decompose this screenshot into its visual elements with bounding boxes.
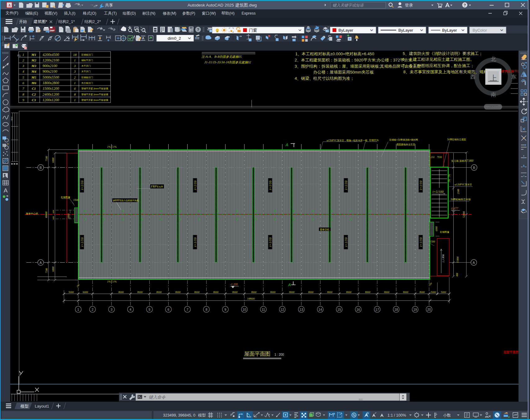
svg-text:148600: 148600 [247,297,255,300]
svg-text:6: 6 [22,81,24,85]
svg-text:屋面平面图: 屋面平面图 [503,350,519,354]
svg-text:A: A [285,142,288,147]
svg-text:彩钢雨篷: 彩钢雨篷 [440,231,450,233]
svg-text:17: 17 [375,308,379,311]
svg-text:7930: 7930 [437,156,442,159]
svg-text:ByColor: ByColor [473,28,487,33]
svg-text:52000: 52000 [463,211,465,218]
svg-text:彩钢天沟: 彩钢天沟 [369,139,378,142]
svg-text:插入(I): 插入(I) [64,11,75,16]
svg-text:建筑图.dwg: 建筑图.dwg [235,3,257,7]
svg-text:1: 1 [74,58,76,62]
svg-text:8000: 8000 [365,291,371,294]
svg-text:Express: Express [242,11,256,16]
svg-text:1、本工程相对标高±0.000=绝对标高+6.450: 1、本工程相对标高±0.000=绝对标高+6.450 [295,52,374,56]
svg-text:8000: 8000 [270,291,276,294]
svg-text:600: 600 [52,210,55,213]
svg-text:M4: M4 [31,70,36,73]
svg-text:视图(V): 视图(V) [44,11,57,16]
svg-text:DWF: DWF [50,29,55,32]
svg-text:i=1/10: i=1/10 [344,180,348,190]
svg-text:A: A [142,36,144,40]
svg-text:12: 12 [280,308,284,311]
svg-text:ByLayer: ByLayer [398,28,413,33]
svg-text:标注(N): 标注(N) [142,11,155,16]
svg-text:7500: 7500 [45,156,48,161]
svg-text:键入命令: 键入命令 [149,395,166,400]
svg-text:40000: 40000 [45,212,48,218]
svg-text:8000: 8000 [137,291,143,294]
svg-text:i=1/10: i=1/10 [193,237,197,247]
svg-text:木平开门: 木平开门 [81,65,91,67]
svg-text:8000: 8000 [156,291,162,294]
svg-text:8000: 8000 [232,291,238,294]
svg-text:5: 5 [22,75,24,79]
svg-text:φ150PVC落水管，每隔一柱距布置一根: φ150PVC落水管，每隔一柱距布置一根 [327,139,368,142]
svg-text:8000: 8000 [175,291,181,294]
svg-text:1: 1 [74,98,76,102]
svg-text:J1-J1/J3-J3/J4-J4剖面参见建施02: J1-J1/J3-J3/J4-J4剖面参见建施02 [204,60,251,64]
svg-text:7: 7 [187,308,188,311]
svg-text:A: A [288,282,291,287]
svg-text:M6: M6 [31,81,36,85]
svg-text:南: 南 [491,92,496,98]
svg-text:2: 2 [74,75,76,79]
svg-text:B: B [473,166,475,169]
svg-text:结构2_1*: 结构2_1* [58,19,75,24]
svg-text:小数: 小数 [443,413,451,418]
svg-text:6、土建工程详见相应土建工程施工图。: 6、土建工程详见相应土建工程施工图。 [402,57,474,62]
svg-text:8000: 8000 [384,291,390,294]
svg-text:4: 4 [129,308,131,311]
svg-text:文件(F): 文件(F) [6,11,18,15]
svg-text:修改(M): 修改(M) [163,11,176,16]
svg-text:1%: 1% [113,145,117,148]
svg-text:模型: 模型 [198,413,206,418]
svg-text:彩钢板拉门: 彩钢板拉门 [81,76,93,79]
svg-text:8000: 8000 [194,291,200,294]
svg-text:3、围护结构：拆装箱栈：屋、墙面采用彩钢板;其规格品牌可由业: 3、围护结构：拆装箱栈：屋、墙面采用彩钢板;其规格品牌可由业主定 [295,64,421,69]
svg-text:5000: 5000 [69,291,74,294]
svg-text:16: 16 [356,308,360,311]
svg-text:i=1/10: i=1/10 [193,180,197,190]
svg-text:结构2_2*: 结构2_2* [84,19,101,24]
svg-text:A: A [4,187,8,194]
svg-text:5: 5 [148,308,150,311]
svg-text:8000: 8000 [419,291,425,294]
svg-text:6: 6 [74,87,76,90]
svg-text:4、钢梁、柱尺寸以结构图为准；: 4、钢梁、柱尺寸以结构图为准； [295,76,354,81]
svg-text:3: 3 [74,64,76,68]
svg-text:Layout1: Layout1 [35,404,49,409]
svg-text:屋脊中心线: 屋脊中心线 [26,212,38,215]
svg-text:C3: C3 [32,98,36,102]
svg-text:A: A [473,261,475,264]
svg-text:323499, 396845, 0: 323499, 396845, 0 [163,413,195,418]
svg-text:参数(P): 参数(P) [182,11,195,16]
svg-text:7500: 7500 [45,268,48,273]
svg-text:上: 上 [490,74,497,82]
svg-text:8000: 8000 [308,291,314,294]
svg-text:400: 400 [456,273,459,277]
svg-text:50厚彩钢夹芯外墙: 50厚彩钢夹芯外墙 [451,198,471,201]
svg-text:编辑(E): 编辑(E) [25,11,38,16]
svg-text:1:1 / 100%: 1:1 / 100% [387,413,406,418]
svg-text:5000x5500: 5000x5500 [43,75,59,79]
svg-text:键入关键字或短语: 键入关键字或短语 [333,3,364,7]
svg-text:Autodesk AutoCAD 2025: Autodesk AutoCAD 2025 [188,3,234,7]
svg-text:1800x2800: 1800x2800 [43,81,59,85]
svg-text:夹芯板拉门: 夹芯板拉门 [81,82,93,84]
svg-text:?: ? [197,27,199,32]
svg-text:1500: 1500 [73,198,79,201]
svg-text:M3: M3 [31,64,36,68]
svg-text:6.477: 6.477 [451,207,459,210]
svg-text:8000: 8000 [118,291,124,294]
svg-text:-1.200: -1.200 [230,283,238,286]
svg-text:8: 8 [206,308,207,311]
svg-text:14: 14 [319,308,322,311]
svg-text:4200x4500: 4200x4500 [43,52,59,57]
svg-text:10: 10 [242,308,246,311]
svg-text:1500x1200: 1500x1200 [43,86,59,91]
svg-text:登录: 登录 [405,3,413,7]
svg-text:A: A [39,261,42,264]
svg-text:东: 东 [511,74,517,80]
svg-text:dim0_2: dim0_2 [168,36,181,41]
